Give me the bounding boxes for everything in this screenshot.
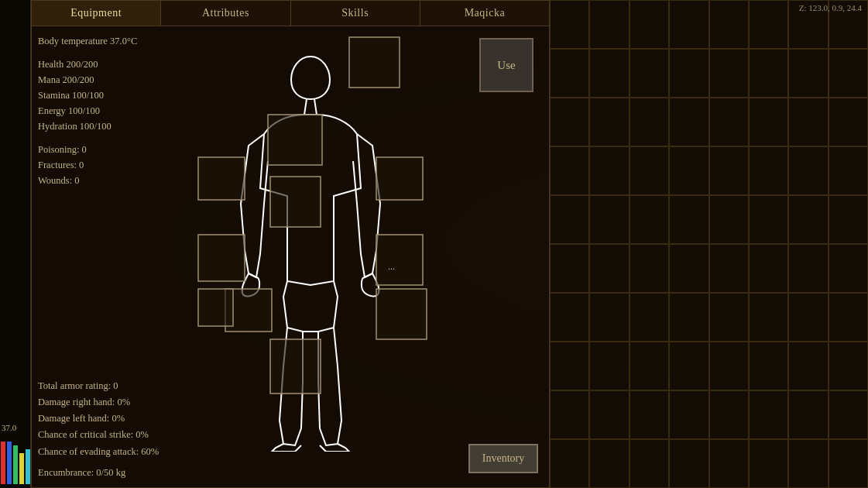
grid-cell[interactable] (788, 195, 828, 244)
tab-skills[interactable]: Skills (291, 1, 420, 26)
inventory-grid (550, 0, 868, 488)
grid-cell[interactable] (749, 390, 788, 439)
grid-cell[interactable] (749, 49, 788, 98)
grid-cell[interactable] (749, 195, 788, 244)
grid-cell[interactable] (749, 0, 788, 49)
grid-cell[interactable] (630, 293, 669, 342)
grid-cell[interactable] (788, 390, 828, 439)
grid-cell[interactable] (589, 244, 629, 293)
grid-cell[interactable] (550, 244, 589, 293)
grid-cell[interactable] (550, 293, 589, 342)
grid-cell[interactable] (589, 195, 629, 244)
grid-cell[interactable] (630, 195, 669, 244)
grid-cell[interactable] (749, 439, 788, 488)
svg-rect-6 (270, 177, 321, 227)
grid-cell[interactable] (669, 0, 708, 49)
svg-rect-10 (376, 289, 427, 339)
grid-cell[interactable] (669, 244, 708, 293)
grid-cell[interactable] (630, 439, 669, 488)
grid-cell[interactable] (749, 146, 788, 195)
grid-cell[interactable] (749, 98, 788, 146)
grid-cell[interactable] (829, 195, 868, 244)
use-button[interactable]: Use (479, 38, 533, 92)
grid-cell[interactable] (829, 439, 868, 488)
grid-cell[interactable] (749, 342, 788, 390)
main-panel: Equipment Attributes Skills Maqicka Body… (31, 0, 550, 488)
grid-cell[interactable] (829, 342, 868, 390)
grid-cell[interactable] (788, 342, 828, 390)
grid-cell[interactable] (829, 293, 868, 342)
grid-cell[interactable] (550, 439, 589, 488)
damage-right-label: Damage right hand: 0% (38, 394, 159, 411)
grid-cell[interactable] (829, 244, 868, 293)
grid-cell[interactable] (669, 439, 708, 488)
grid-cell[interactable] (550, 342, 589, 390)
grid-cell[interactable] (550, 0, 589, 49)
tab-maqicka[interactable]: Maqicka (420, 1, 549, 26)
health-bar (1, 442, 5, 484)
grid-cell[interactable] (788, 146, 828, 195)
grid-cell[interactable] (550, 390, 589, 439)
grid-cell[interactable] (630, 390, 669, 439)
svg-rect-2 (349, 37, 400, 88)
grid-cell[interactable] (709, 342, 749, 390)
svg-text:...: ... (388, 261, 395, 272)
grid-cell[interactable] (788, 244, 828, 293)
critical-strike-label: Chance of critical strike: 0% (38, 427, 159, 443)
grid-cell[interactable] (589, 146, 629, 195)
grid-cell[interactable] (749, 293, 788, 342)
grid-cell[interactable] (709, 293, 749, 342)
grid-cell[interactable] (788, 98, 828, 146)
svg-rect-12 (198, 289, 233, 326)
grid-cell[interactable] (829, 98, 868, 146)
game-container: 37.0 Equipment Attributes Skills Maqicka… (0, 0, 868, 488)
tab-attributes[interactable]: Attributes (161, 1, 290, 26)
tab-equipment[interactable]: Equipment (32, 1, 161, 26)
grid-cell[interactable] (550, 98, 589, 146)
grid-cell[interactable] (550, 146, 589, 195)
grid-cell[interactable] (669, 49, 708, 98)
body-area: ... (187, 33, 434, 452)
grid-cell[interactable] (709, 146, 749, 195)
grid-cell[interactable] (788, 49, 828, 98)
grid-cell[interactable] (829, 49, 868, 98)
grid-cell[interactable] (829, 146, 868, 195)
svg-line-0 (304, 99, 307, 115)
grid-cell[interactable] (589, 439, 629, 488)
grid-cell[interactable] (630, 244, 669, 293)
grid-cell[interactable] (709, 195, 749, 244)
grid-cell[interactable] (630, 49, 669, 98)
grid-cell[interactable] (709, 244, 749, 293)
grid-cell[interactable] (630, 98, 669, 146)
grid-cell[interactable] (669, 390, 708, 439)
inventory-button[interactable]: Inventory (468, 444, 538, 473)
grid-cell[interactable] (550, 49, 589, 98)
grid-cell[interactable] (589, 98, 629, 146)
grid-cell[interactable] (630, 0, 669, 49)
grid-cell[interactable] (630, 342, 669, 390)
grid-cell[interactable] (669, 293, 708, 342)
grid-cell[interactable] (589, 49, 629, 98)
grid-cell[interactable] (788, 439, 828, 488)
grid-cell[interactable] (709, 98, 749, 146)
grid-cell[interactable] (749, 244, 788, 293)
damage-left-label: Damage left hand: 0% (38, 411, 159, 427)
grid-cell[interactable] (709, 49, 749, 98)
grid-cell[interactable] (550, 195, 589, 244)
grid-cell[interactable] (669, 342, 708, 390)
bottom-stats: Total armor rating: 0 Damage right hand:… (38, 378, 159, 482)
grid-cell[interactable] (589, 390, 629, 439)
grid-cell[interactable] (709, 390, 749, 439)
grid-cell[interactable] (788, 293, 828, 342)
grid-cell[interactable] (589, 342, 629, 390)
character-silhouette: ... (187, 33, 434, 452)
grid-cell[interactable] (669, 146, 708, 195)
grid-cell[interactable] (630, 146, 669, 195)
grid-cell[interactable] (709, 0, 749, 49)
grid-cell[interactable] (589, 293, 629, 342)
grid-cell[interactable] (669, 195, 708, 244)
grid-cell[interactable] (589, 0, 629, 49)
grid-cell[interactable] (709, 439, 749, 488)
grid-cell[interactable] (829, 390, 868, 439)
grid-cell[interactable] (669, 98, 708, 146)
